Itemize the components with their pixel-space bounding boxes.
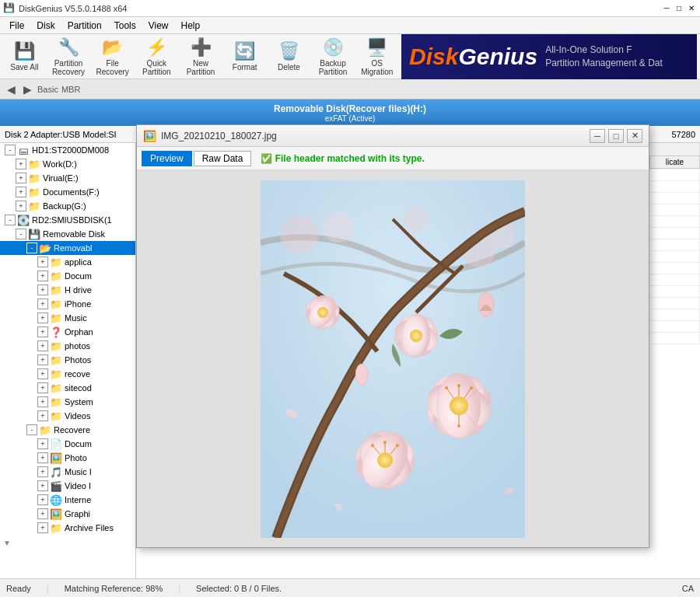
back-button[interactable]: ◀ [5, 82, 18, 96]
hdd-icon: 🖴 [17, 144, 30, 156]
sidebar-item-sitecod[interactable]: + 📁 sitecod [0, 381, 135, 395]
tree-expand-internet[interactable]: + [37, 494, 48, 505]
modal-title: IMG_20210210_180027.jpg [161, 131, 590, 141]
tree-expand-archive[interactable]: + [37, 522, 48, 533]
sidebar-label-docum: Docum [65, 271, 92, 281]
tree-expand-recovere[interactable]: - [26, 424, 37, 435]
sidebar-label-docum-rec: Docum [65, 439, 92, 449]
tree-expand-documents[interactable]: + [16, 187, 26, 197]
quick-partition-button[interactable]: ⚡ Quick Partition [135, 37, 178, 77]
folder-yellow-icon: 📁 [50, 256, 62, 268]
tree-expand-graphic[interactable]: + [37, 508, 48, 519]
close-button[interactable]: ✕ [686, 3, 697, 14]
tree-expand-applica[interactable]: + [37, 257, 48, 267]
minimize-button[interactable]: ─ [661, 3, 672, 14]
sidebar-item-rd2[interactable]: - 💽 RD2:SMIUSBDISK(1 [0, 213, 135, 227]
sidebar-item-photos-upper[interactable]: + 📁 Photos [0, 353, 135, 367]
preview-modal[interactable]: 🖼️ IMG_20210210_180027.jpg ─ □ ✕ Preview… [136, 124, 649, 548]
format-button[interactable]: 🔄 Format [223, 37, 266, 77]
raw-data-tab[interactable]: Raw Data [194, 151, 252, 166]
tree-expand-removable-sub[interactable]: - [26, 243, 37, 253]
sidebar-label-removable-sub: Removabl [54, 243, 93, 253]
menu-disk[interactable]: Disk [30, 19, 61, 33]
delete-button[interactable]: 🗑️ Delete [268, 37, 310, 77]
sidebar-item-recove[interactable]: + 📁 recove [0, 367, 135, 381]
tree-expand-work[interactable]: + [16, 159, 26, 169]
sidebar-item-video-rec[interactable]: + 🎬 Video I [0, 479, 135, 493]
sidebar-item-videos[interactable]: + 📁 Videos [0, 409, 135, 423]
tree-expand-sitecod[interactable]: + [37, 382, 48, 393]
sidebar-item-backup[interactable]: + 📁 Backup(G:) [0, 199, 135, 213]
tree-expand-docum[interactable]: + [37, 271, 48, 281]
tree-expand-recove[interactable]: + [37, 368, 48, 379]
sidebar-item-applica[interactable]: + 📁 applica [0, 255, 135, 269]
sidebar-item-hd1[interactable]: - 🖴 HD1:ST2000DM008 [0, 143, 135, 157]
tree-expand-backup[interactable]: + [16, 201, 26, 211]
tree-expand-photos-upper[interactable]: + [37, 354, 48, 365]
backup-partition-button[interactable]: 💿 Backup Partition [312, 37, 355, 77]
modal-minimize-button[interactable]: ─ [590, 129, 605, 143]
sidebar-item-docum[interactable]: + 📁 Docum [0, 269, 135, 283]
tree-expand-rd2[interactable]: - [5, 215, 16, 225]
folder-yellow-icon: 📁 [50, 298, 62, 310]
sidebar-item-iphone[interactable]: + 📁 iPhone [0, 297, 135, 311]
tree-expand-videos[interactable]: + [37, 410, 48, 421]
tree-expand-hd1[interactable]: - [5, 145, 16, 155]
status-bar: Ready | Matching Reference: 98% | Select… [0, 578, 700, 597]
usb-disk-icon: 💽 [17, 214, 30, 226]
sidebar-item-photo-rec[interactable]: + 🖼️ Photo [0, 451, 135, 465]
disk-header-main: Removable Disk(Recover files)(H:) [274, 103, 426, 114]
status-ca: CA [682, 584, 694, 593]
modal-maximize-button[interactable]: □ [608, 129, 624, 143]
tree-expand-photos-lower[interactable]: + [37, 340, 48, 351]
tree-expand-system[interactable]: + [37, 396, 48, 407]
menu-tools[interactable]: Tools [108, 19, 142, 33]
menu-bar: File Disk Partition Tools View Help [0, 17, 700, 34]
sidebar-item-music[interactable]: + 📁 Music [0, 311, 135, 325]
sidebar-item-graphic[interactable]: + 🖼️ Graphi [0, 507, 135, 521]
tree-expand-virual[interactable]: + [16, 173, 26, 183]
sidebar-item-archive[interactable]: + 📁 Archive Files [0, 521, 135, 535]
os-migration-button[interactable]: 🖥️ OS Migration [355, 37, 398, 77]
tree-expand-removable[interactable]: - [16, 229, 26, 239]
forward-button[interactable]: ▶ [21, 82, 34, 96]
sidebar-item-work[interactable]: + 📁 Work(D:) [0, 157, 135, 171]
new-partition-button[interactable]: ➕ New Partition [180, 37, 222, 77]
sidebar-item-system[interactable]: + 📁 System [0, 395, 135, 409]
menu-file[interactable]: File [3, 19, 30, 33]
maximize-button[interactable]: □ [674, 3, 684, 14]
tree-expand-orphan[interactable]: + [37, 326, 48, 337]
tree-expand-docum-rec[interactable]: + [37, 438, 48, 449]
sidebar-item-removable-sub[interactable]: - 📂 Removabl [0, 241, 135, 255]
tree-expand-music-rec[interactable]: + [37, 466, 48, 477]
sidebar-item-docum-rec[interactable]: + 📄 Docum [0, 437, 135, 451]
sidebar-item-virual[interactable]: + 📁 Virual(E:) [0, 171, 135, 185]
sidebar-item-removable-disk[interactable]: - 💾 Removable Disk [0, 227, 135, 241]
sidebar-item-photos-lower[interactable]: + 📁 photos [0, 339, 135, 353]
menu-partition[interactable]: Partition [61, 19, 108, 33]
sidebar-item-recovere[interactable]: - 📁 Recovere [0, 423, 135, 437]
sidebar-item-internet[interactable]: + 🌐 Interne [0, 493, 135, 507]
duplicate-label: licate [666, 158, 684, 166]
tree-expand-iphone[interactable]: + [37, 298, 48, 309]
partition-recovery-button[interactable]: 🔧 Partition Recovery [47, 37, 90, 77]
sidebar-item-documents[interactable]: + 📁 Documents(F:) [0, 185, 135, 199]
sidebar-label-virual: Virual(E:) [43, 173, 79, 183]
sidebar-item-orphan[interactable]: + ❓ Orphan [0, 325, 135, 339]
sidebar-item-hdrive[interactable]: + 📁 H drive [0, 283, 135, 297]
new-partition-label: New Partition [187, 59, 215, 76]
tree-expand-video-rec[interactable]: + [37, 480, 48, 491]
sidebar-label-music-rec: Music I [65, 467, 92, 477]
sidebar-item-music-rec[interactable]: + 🎵 Music I [0, 465, 135, 479]
folder-yellow-icon: 📁 [50, 354, 62, 366]
tree-expand-hdrive[interactable]: + [37, 285, 48, 295]
save-all-button[interactable]: 💾 Save All [3, 37, 46, 77]
tree-expand-music[interactable]: + [37, 312, 48, 323]
tree-expand-photo-rec[interactable]: + [37, 452, 48, 463]
menu-view[interactable]: View [142, 19, 175, 33]
file-recovery-button[interactable]: 📂 File Recovery [91, 37, 134, 77]
menu-help[interactable]: Help [175, 19, 207, 33]
modal-close-button[interactable]: ✕ [627, 129, 642, 143]
preview-tab[interactable]: Preview [142, 151, 192, 166]
svg-point-31 [396, 444, 399, 447]
